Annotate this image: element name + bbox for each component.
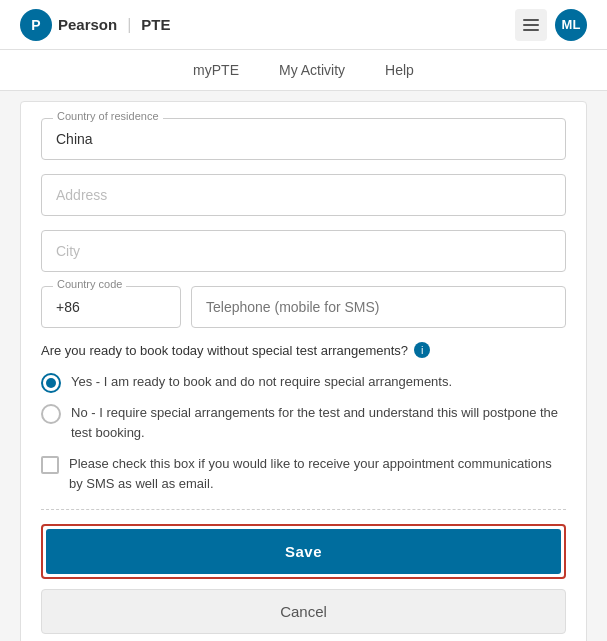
country-of-residence-field: Country of residence xyxy=(41,118,566,160)
logo-area: P Pearson | PTE xyxy=(20,9,171,41)
brand-name: Pearson xyxy=(58,16,117,33)
radio-no-group[interactable]: No - I require special arrangements for … xyxy=(41,403,566,442)
info-icon[interactable]: i xyxy=(414,342,430,358)
hamburger-icon xyxy=(523,19,539,31)
svg-rect-1 xyxy=(523,24,539,26)
sms-checkbox-label: Please check this box if you would like … xyxy=(69,454,566,493)
svg-rect-2 xyxy=(523,29,539,31)
radio-no-label: No - I require special arrangements for … xyxy=(71,403,566,442)
address-field xyxy=(41,174,566,216)
form-container: Country of residence Country code Are yo… xyxy=(20,101,587,641)
avatar-button[interactable]: ML xyxy=(555,9,587,41)
phone-row: Country code xyxy=(41,286,566,328)
question-label: Are you ready to book today without spec… xyxy=(41,343,408,358)
header-controls: ML xyxy=(515,9,587,41)
country-of-residence-input[interactable] xyxy=(41,118,566,160)
save-button[interactable]: Save xyxy=(46,529,561,574)
svg-rect-0 xyxy=(523,19,539,21)
logo-icon: P xyxy=(20,9,52,41)
scroll-area: Country of residence Country code Are yo… xyxy=(41,118,566,634)
question-area: Are you ready to book today without spec… xyxy=(41,342,566,358)
product-name: PTE xyxy=(141,16,170,33)
nav-item-help[interactable]: Help xyxy=(385,62,414,78)
sms-checkbox-group: Please check this box if you would like … xyxy=(41,454,566,493)
radio-yes-label: Yes - I am ready to book and do not requ… xyxy=(71,372,452,392)
logo-divider: | xyxy=(127,16,131,34)
country-code-input[interactable] xyxy=(41,286,181,328)
country-of-residence-label: Country of residence xyxy=(53,110,163,122)
city-field xyxy=(41,230,566,272)
address-input[interactable] xyxy=(41,174,566,216)
radio-no-button[interactable] xyxy=(41,404,61,424)
country-code-label: Country code xyxy=(53,278,126,290)
nav-item-my-activity[interactable]: My Activity xyxy=(279,62,345,78)
radio-yes-button[interactable] xyxy=(41,373,61,393)
save-button-wrapper: Save xyxy=(41,524,566,579)
radio-yes-selected xyxy=(46,378,56,388)
menu-button[interactable] xyxy=(515,9,547,41)
cancel-button[interactable]: Cancel xyxy=(41,589,566,634)
page-header: P Pearson | PTE ML xyxy=(0,0,607,50)
radio-yes-group[interactable]: Yes - I am ready to book and do not requ… xyxy=(41,372,566,393)
sms-checkbox[interactable] xyxy=(41,456,59,474)
telephone-input[interactable] xyxy=(191,286,566,328)
navigation-bar: myPTE My Activity Help xyxy=(0,50,607,91)
country-code-field: Country code xyxy=(41,286,181,328)
city-input[interactable] xyxy=(41,230,566,272)
divider xyxy=(41,509,566,510)
nav-item-mypte[interactable]: myPTE xyxy=(193,62,239,78)
